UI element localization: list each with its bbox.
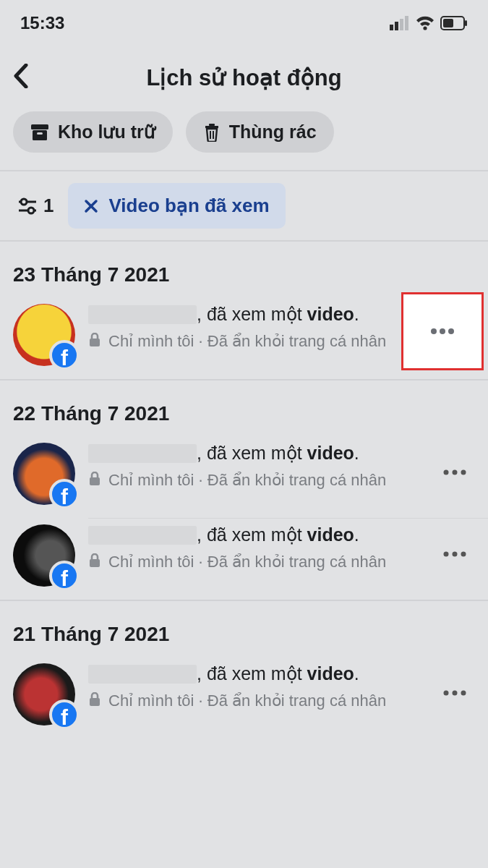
section: 21 Tháng 7 2021 f , đã xem một video. Ch… xyxy=(0,601,488,739)
more-button[interactable] xyxy=(435,551,475,557)
more-button[interactable] xyxy=(435,690,475,696)
activity-item[interactable]: f , đã xem một video. Chỉ mình tôi · Đã … xyxy=(0,519,488,600)
avatar: f xyxy=(13,524,75,587)
svg-point-26 xyxy=(444,470,449,475)
svg-rect-0 xyxy=(390,25,393,30)
activity-meta: Chỉ mình tôi · Đã ẩn khỏi trang cá nhân xyxy=(88,552,421,573)
redacted-name xyxy=(88,444,197,463)
activity-text: , đã xem một video. xyxy=(88,441,421,466)
action-pills: Kho lưu trữ Thùng rác xyxy=(0,107,488,170)
svg-rect-6 xyxy=(443,19,453,27)
status-bar: 15:33 xyxy=(0,0,488,39)
more-icon xyxy=(442,690,467,696)
section: 22 Tháng 7 2021 f , đã xem một video. Ch… xyxy=(0,380,488,601)
svg-rect-9 xyxy=(33,130,47,140)
more-button[interactable] xyxy=(435,469,475,475)
svg-point-22 xyxy=(431,328,437,334)
svg-rect-33 xyxy=(90,698,100,706)
trash-icon xyxy=(203,123,221,142)
chevron-left-icon xyxy=(13,64,29,88)
activity-item[interactable]: f , đã xem một video. Chỉ mình tôi · Đã … xyxy=(0,658,488,739)
filter-chip[interactable]: Video bạn đã xem xyxy=(68,183,285,229)
section-date: 21 Tháng 7 2021 xyxy=(0,601,488,658)
lock-icon xyxy=(88,553,101,568)
facebook-badge-icon: f xyxy=(49,340,80,370)
wifi-icon xyxy=(416,16,435,30)
svg-point-4 xyxy=(423,26,427,30)
back-button[interactable] xyxy=(13,64,42,91)
sliders-icon xyxy=(17,197,38,215)
more-icon xyxy=(428,328,457,335)
facebook-badge-icon: f xyxy=(49,479,80,509)
svg-point-24 xyxy=(448,328,454,334)
activity-text: , đã xem một video. xyxy=(88,662,421,686)
filter-button[interactable]: 1 xyxy=(13,187,58,224)
svg-rect-8 xyxy=(31,124,48,129)
avatar: f xyxy=(13,663,75,726)
trash-label: Thùng rác xyxy=(229,122,317,142)
svg-rect-3 xyxy=(405,16,408,30)
activity-meta: Chỉ mình tôi · Đã ẩn khỏi trang cá nhân xyxy=(88,470,421,491)
svg-point-27 xyxy=(453,470,458,475)
more-icon xyxy=(442,551,467,557)
svg-point-35 xyxy=(453,691,458,696)
svg-point-31 xyxy=(453,552,458,557)
item-body: , đã xem một video. Chỉ mình tôi · Đã ẩn… xyxy=(88,440,421,490)
lock-icon xyxy=(88,333,101,347)
redacted-name xyxy=(88,665,197,684)
svg-point-30 xyxy=(444,552,449,557)
archive-button[interactable]: Kho lưu trữ xyxy=(13,111,173,153)
filter-row: 1 Video bạn đã xem xyxy=(0,171,488,242)
activity-item[interactable]: f , đã xem một video. Chỉ mình tôi · Đã … xyxy=(0,437,488,518)
close-icon xyxy=(84,199,98,213)
svg-point-16 xyxy=(21,199,27,205)
more-icon xyxy=(442,469,467,475)
redacted-name xyxy=(88,526,197,545)
filter-chip-label: Video bạn đã xem xyxy=(108,195,269,217)
svg-rect-2 xyxy=(400,19,403,30)
svg-point-34 xyxy=(444,691,449,696)
svg-point-32 xyxy=(461,552,466,557)
svg-rect-11 xyxy=(205,126,218,128)
archive-icon xyxy=(30,124,49,141)
lock-icon xyxy=(88,692,101,707)
section: 23 Tháng 7 2021 f , đã xem một video. Ch… xyxy=(0,242,488,380)
facebook-badge-icon: f xyxy=(49,561,80,591)
filter-count-label: 1 xyxy=(43,195,53,217)
archive-label: Kho lưu trữ xyxy=(58,122,155,142)
svg-rect-7 xyxy=(465,20,467,26)
more-button[interactable] xyxy=(401,292,484,370)
svg-point-28 xyxy=(461,470,466,475)
svg-rect-10 xyxy=(37,132,43,135)
section-date: 23 Tháng 7 2021 xyxy=(0,242,488,298)
battery-icon xyxy=(440,16,468,30)
status-time: 15:33 xyxy=(20,13,64,33)
svg-rect-21 xyxy=(90,339,100,346)
activity-text: , đã xem một video. xyxy=(88,523,421,548)
avatar: f xyxy=(13,304,75,366)
item-body: , đã xem một video. Chỉ mình tôi · Đã ẩn… xyxy=(88,522,421,572)
svg-point-36 xyxy=(461,691,466,696)
svg-rect-1 xyxy=(395,22,398,30)
lock-icon xyxy=(88,472,101,486)
status-right xyxy=(390,16,468,30)
svg-point-18 xyxy=(28,208,34,213)
facebook-badge-icon: f xyxy=(49,699,80,730)
svg-rect-29 xyxy=(90,559,100,567)
section-date: 22 Tháng 7 2021 xyxy=(0,380,488,437)
svg-rect-25 xyxy=(90,477,100,485)
redacted-name xyxy=(88,305,197,324)
avatar: f xyxy=(13,443,75,505)
cellular-icon xyxy=(390,16,410,30)
trash-button[interactable]: Thùng rác xyxy=(186,111,334,153)
activity-meta: Chỉ mình tôi · Đã ẩn khỏi trang cá nhân xyxy=(88,691,421,712)
activity-item[interactable]: f , đã xem một video. Chỉ mình tôi · Đã … xyxy=(0,298,488,379)
item-body: , đã xem một video. Chỉ mình tôi · Đã ẩn… xyxy=(88,660,421,711)
svg-point-23 xyxy=(440,328,445,334)
svg-rect-12 xyxy=(209,124,215,126)
page-title: Lịch sử hoạt động xyxy=(42,64,475,91)
header: Lịch sử hoạt động xyxy=(0,39,488,107)
